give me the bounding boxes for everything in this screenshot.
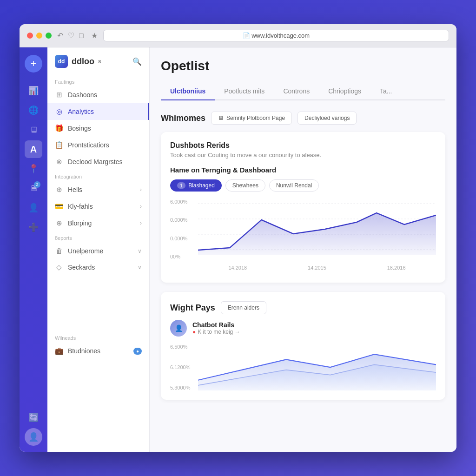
main-content: Opetlist Ulctboniius Pootlucts mits Cont… [150, 47, 456, 452]
pill-blashaged[interactable]: 1 Blashaged [170, 179, 222, 192]
back-icon[interactable]: ↶ [57, 31, 63, 40]
rail-icon-profile[interactable]: 👤 [25, 428, 42, 446]
y-label: 6.1200% [170, 364, 190, 370]
logo-text: ddloo [72, 57, 94, 66]
section-label-fautings: Fautings [47, 75, 149, 86]
rail-icon-plus[interactable]: ➕ [25, 218, 42, 236]
grid-icon: ⊞ [55, 91, 63, 99]
notification-badge: 2 [34, 181, 40, 188]
rail-icon-globe[interactable]: 🌐 [25, 101, 42, 119]
tab-chrioptiogs[interactable]: Chrioptiogs [319, 83, 370, 100]
sidebar-item-blorping[interactable]: ⊕ Blorping › [47, 215, 149, 231]
close-button[interactable] [27, 33, 33, 39]
sidebar-item-declood[interactable]: ⊗ Declood Margrstes [47, 153, 149, 170]
sidebar-item-dashoons[interactable]: ⊞ Dashoons [47, 86, 149, 103]
chevron-right-icon: › [140, 186, 142, 193]
chevron-down-icon: ∨ [138, 248, 142, 254]
pill-label: Nunwll Rendal [276, 182, 312, 189]
y-label: 0.000% [170, 236, 187, 241]
browser-chrome: ↶ ♡ □ ★ 📄 www.ldvolthcage.com [20, 24, 456, 47]
y-label: 0.000% [170, 217, 187, 223]
pill-num: 1 [177, 182, 185, 189]
semrity-button[interactable]: 🖥 Semrity Plotboom Page [211, 112, 292, 125]
card-wight-pays: Wight Pays Erenn alders 👤 Chatbot Rails … [161, 292, 445, 400]
sidebar-item-prontsticatiors[interactable]: 📋 Prontsticatiors [47, 137, 149, 153]
logo-sub: s [98, 58, 101, 65]
plus-icon: + [31, 58, 37, 70]
semrity-label: Semrity Plotboom Page [226, 115, 285, 121]
sidebar: dd ddloos 🔍 Fautings ⊞ Dashoons ◎ Analyt… [47, 47, 150, 452]
diamond-icon: ◇ [55, 263, 63, 271]
sidebar-item-btudniones[interactable]: 💼 Btudniones ● [47, 343, 149, 359]
browser-window: ↶ ♡ □ ★ 📄 www.ldvolthcage.com + 📊 🌐 🖥 A … [20, 24, 456, 452]
user-row: 👤 Chatbot Rails ● K it to me keig → [170, 320, 436, 337]
decliyloed-label: Decliyloed variogs [304, 115, 350, 121]
browser-nav: ↶ ♡ □ [57, 31, 84, 40]
rail-icon-monitor[interactable]: 🖥 [25, 121, 42, 139]
sidebar-item-seckards[interactable]: ◇ Seckards ∨ [47, 259, 149, 276]
sidebar-item-label: Blorping [68, 219, 135, 227]
briefcase-icon: 💼 [55, 347, 63, 355]
minimize-button[interactable] [36, 33, 42, 39]
circle-icon: ⊕ [55, 219, 63, 227]
sidebar-item-hells[interactable]: ⊕ Hells › [47, 181, 149, 198]
sidebar-item-unelperome[interactable]: 🗑 Unelperome ∨ [47, 243, 149, 259]
card-icon: 💳 [55, 202, 63, 211]
star-icon[interactable]: ★ [91, 31, 98, 40]
traffic-lights [27, 33, 52, 39]
section-label-wilneads: Wilneads [47, 331, 149, 343]
icon-rail: + 📊 🌐 🖥 A 📍 🖥2 👤 ➕ 🔄 👤 [20, 47, 47, 452]
rail-icon-analytics[interactable]: 📊 [25, 82, 42, 99]
sidebar-item-bosings[interactable]: 🎁 Bosings [47, 120, 149, 137]
section-label-integration: Inteagration [47, 170, 149, 181]
card-dushbots: Dushbots Rerids Took cast our Couting to… [161, 132, 445, 283]
card1-subtitle: Took cast our Couting to move a our cono… [170, 152, 436, 159]
rail-icon-location[interactable]: 📍 [25, 160, 42, 178]
chart2-area [198, 344, 436, 390]
pill-shewhees[interactable]: Shewhees [225, 179, 265, 192]
chevron-down-icon: ∨ [138, 264, 142, 271]
tab-ulctboniius[interactable]: Ulctboniius [161, 83, 215, 100]
chart1-area [198, 199, 436, 259]
sidebar-item-label: Seckards [68, 264, 133, 271]
card1-title: Dushbots Rerids [170, 141, 436, 150]
tab-controns[interactable]: Controns [274, 83, 319, 100]
tab-pootlucts[interactable]: Pootlucts mits [215, 83, 274, 100]
sidebar-item-label: Kly-fahls [68, 203, 135, 210]
chart1-container: 6.000% 0.000% 0.000% 00% [170, 199, 436, 273]
chart1-x-labels: 14.2018 14.2015 18.2016 [198, 262, 436, 273]
browser-tab-icon: 📄 [243, 32, 250, 39]
sidebar-item-label: Bosings [68, 125, 142, 132]
sidebar-item-analytics[interactable]: ◎ Analytics [47, 103, 149, 120]
sidebar-item-label: Hells [68, 186, 135, 193]
decliyloed-button[interactable]: Decliyloed variogs [298, 112, 357, 125]
page-title: Opetlist [161, 59, 445, 73]
user-dot: ● [192, 329, 196, 335]
avatar: 👤 [170, 320, 187, 337]
bookmark-icon[interactable]: ♡ [68, 31, 74, 40]
rail-icon-a[interactable]: A [25, 140, 42, 158]
widgets-section-header: Whimomes 🖥 Semrity Plotboom Page Decliyl… [161, 112, 445, 125]
sidebar-item-label: Unelperome [68, 247, 133, 255]
maximize-button[interactable] [46, 33, 52, 39]
tab-ta[interactable]: Ta... [370, 83, 401, 100]
search-icon[interactable]: 🔍 [132, 57, 142, 66]
card2-header: Wight Pays Erenn alders [170, 301, 436, 314]
address-bar[interactable]: 📄 www.ldvolthcage.com [103, 30, 449, 41]
y-label: 6.500% [170, 344, 190, 350]
target-icon: ◎ [55, 107, 63, 116]
erenn-button[interactable]: Erenn alders [221, 301, 266, 314]
widgets-title: Whimomes [161, 113, 205, 123]
add-button[interactable]: + [25, 55, 42, 73]
x-circle-icon: ⊗ [55, 158, 63, 166]
rail-icon-monitor2[interactable]: 🖥2 [25, 179, 42, 197]
share-icon[interactable]: □ [79, 32, 84, 40]
x-label: 14.2018 [228, 265, 247, 271]
x-label: 14.2015 [308, 265, 326, 271]
card2-title: Wight Pays [170, 303, 215, 313]
pill-nunwll[interactable]: Nunwll Rendal [269, 179, 319, 192]
rail-icon-refresh[interactable]: 🔄 [25, 409, 42, 426]
rail-icon-user[interactable]: 👤 [25, 199, 42, 217]
badge: ● [133, 348, 142, 355]
sidebar-item-klyfahls[interactable]: 💳 Kly-fahls › [47, 198, 149, 215]
